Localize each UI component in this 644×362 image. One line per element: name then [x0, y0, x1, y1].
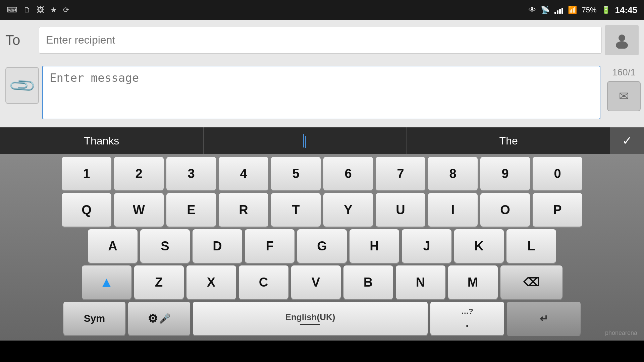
key-u[interactable]: U — [376, 193, 425, 227]
backspace-key[interactable]: ⌫ — [500, 265, 562, 299]
recipient-input[interactable] — [39, 27, 602, 54]
screen-icon: ⟳ — [63, 6, 69, 14]
key-d[interactable]: D — [193, 229, 242, 263]
to-row: To — [0, 20, 644, 60]
suggestion-the[interactable]: The — [407, 127, 610, 154]
svg-point-0 — [619, 35, 625, 41]
battery-percent: 75% — [582, 6, 596, 14]
svg-point-1 — [616, 41, 628, 49]
suggestions-bar: Thanks | The ✓ — [0, 127, 644, 154]
compose-area: To 📎 160/1 ✉ — [0, 20, 644, 127]
cast-icon: 📡 — [541, 6, 550, 14]
file-icon: 🗋 — [23, 6, 31, 14]
keyboard: 1 2 3 4 5 6 7 8 9 0 Q W E R T Y U I O P … — [0, 154, 644, 341]
key-y[interactable]: Y — [323, 193, 373, 227]
number-row: 1 2 3 4 5 6 7 8 9 0 — [2, 157, 642, 190]
key-f[interactable]: F — [245, 229, 294, 263]
space-underline — [300, 324, 320, 325]
key-i[interactable]: I — [428, 193, 478, 227]
status-bar: ⌨ 🗋 🖼 ★ ⟳ 👁 📡 📶 75% 🔋 14:45 — [0, 0, 644, 20]
key-m[interactable]: M — [448, 265, 498, 299]
suggestion-cursor[interactable]: | — [204, 127, 407, 154]
key-g[interactable]: G — [297, 229, 347, 263]
image-icon: 🖼 — [37, 6, 44, 14]
enter-icon: ↵ — [540, 313, 548, 324]
asdf-row: A S D F G H J K L — [2, 229, 642, 263]
period-key[interactable]: …? . — [430, 302, 504, 335]
key-x[interactable]: X — [186, 265, 236, 299]
key-4[interactable]: 4 — [219, 157, 268, 190]
bottom-row: Sym ⚙ 🎤 English(UK) …? . ↵ — [2, 302, 642, 335]
status-right-icons: 👁 📡 📶 75% 🔋 14:45 — [529, 5, 637, 15]
key-c[interactable]: C — [239, 265, 288, 299]
status-time: 14:45 — [615, 5, 638, 15]
send-icon: ✉ — [619, 89, 629, 103]
period-dot: . — [466, 316, 469, 330]
key-5[interactable]: 5 — [271, 157, 321, 190]
key-2[interactable]: 2 — [114, 157, 164, 190]
suggestion-accept-button[interactable]: ✓ — [610, 127, 644, 154]
key-o[interactable]: O — [480, 193, 530, 227]
key-z[interactable]: Z — [134, 265, 184, 299]
key-h[interactable]: H — [350, 229, 399, 263]
space-label: English(UK) — [285, 312, 335, 322]
backspace-icon: ⌫ — [523, 276, 539, 289]
contact-icon — [613, 32, 630, 49]
key-v[interactable]: V — [291, 265, 341, 299]
battery-icon: 🔋 — [601, 6, 610, 14]
watermark: phonearena — [605, 329, 637, 337]
keyboard-icon: ⌨ — [7, 6, 17, 14]
key-n[interactable]: N — [396, 265, 445, 299]
key-w[interactable]: W — [114, 193, 164, 227]
message-row: 📎 160/1 ✉ — [0, 60, 644, 127]
sym-key[interactable]: Sym — [63, 302, 125, 335]
key-6[interactable]: 6 — [323, 157, 373, 190]
shift-up-icon: ▲ — [99, 274, 114, 291]
key-0[interactable]: 0 — [533, 157, 582, 190]
eye-icon: 👁 — [529, 6, 536, 14]
settings-key[interactable]: ⚙ 🎤 — [128, 302, 190, 335]
signal-icon — [554, 6, 563, 14]
key-l[interactable]: L — [506, 229, 556, 263]
key-t[interactable]: T — [271, 193, 321, 227]
paperclip-icon: 📎 — [7, 70, 37, 100]
suggestion-thanks[interactable]: Thanks — [0, 127, 204, 154]
status-left-icons: ⌨ 🗋 🖼 ★ ⟳ — [7, 6, 69, 14]
key-3[interactable]: 3 — [166, 157, 216, 190]
key-p[interactable]: P — [533, 193, 582, 227]
key-s[interactable]: S — [140, 229, 190, 263]
key-q[interactable]: Q — [62, 193, 111, 227]
key-7[interactable]: 7 — [376, 157, 425, 190]
key-1[interactable]: 1 — [62, 157, 111, 190]
period-ellipsis: …? — [461, 307, 473, 316]
zxcv-row: ▲ Z X C V B N M ⌫ — [2, 265, 642, 299]
key-a[interactable]: A — [88, 229, 138, 263]
mic-icon: 🎤 — [159, 313, 171, 324]
key-r[interactable]: R — [219, 193, 268, 227]
message-input[interactable] — [42, 66, 600, 119]
key-k[interactable]: K — [454, 229, 504, 263]
key-j[interactable]: J — [402, 229, 451, 263]
key-b[interactable]: B — [343, 265, 393, 299]
wifi-icon: 📶 — [568, 6, 577, 14]
star-icon: ★ — [50, 6, 57, 14]
char-count: 160/1 — [612, 67, 636, 78]
space-key[interactable]: English(UK) — [193, 302, 428, 335]
send-button[interactable]: ✉ — [607, 81, 641, 111]
key-8[interactable]: 8 — [428, 157, 478, 190]
enter-key[interactable]: ↵ — [507, 302, 581, 335]
key-e[interactable]: E — [166, 193, 216, 227]
attach-button[interactable]: 📎 — [5, 67, 39, 104]
qwerty-row: Q W E R T Y U I O P — [2, 193, 642, 227]
to-label: To — [5, 32, 32, 48]
shift-key[interactable]: ▲ — [82, 265, 131, 299]
key-9[interactable]: 9 — [480, 157, 530, 190]
contact-picker-button[interactable] — [605, 25, 639, 55]
message-right-panel: 160/1 ✉ — [604, 66, 644, 111]
checkmark-icon: ✓ — [622, 134, 632, 148]
gear-icon: ⚙ — [148, 312, 158, 325]
